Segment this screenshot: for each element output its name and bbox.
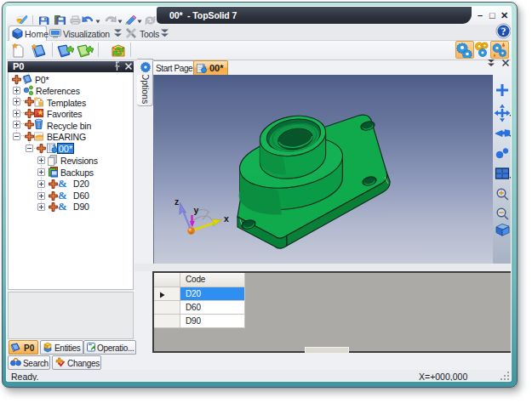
svg-text:?: ? xyxy=(501,26,506,37)
svg-text:y: y xyxy=(194,205,199,215)
svg-text:x: x xyxy=(224,213,229,224)
svg-text:z: z xyxy=(174,196,179,207)
